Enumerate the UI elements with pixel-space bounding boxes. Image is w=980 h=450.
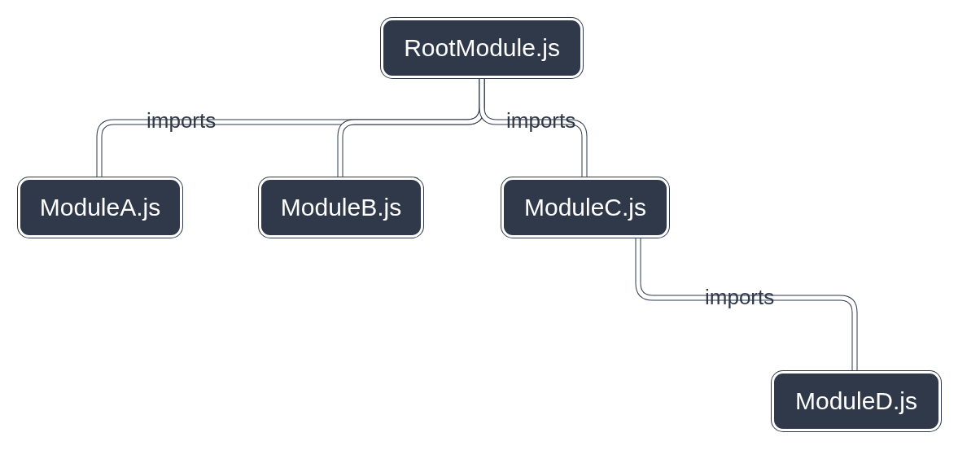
- edge-label-imports-left: imports: [147, 108, 216, 133]
- edge-label-imports-cd: imports: [705, 285, 774, 310]
- module-dependency-diagram: RootModule.js ModuleA.js ModuleB.js Modu…: [0, 0, 980, 450]
- node-module-a: ModuleA.js: [18, 177, 182, 238]
- node-root-module: RootModule.js: [381, 18, 583, 78]
- node-label: ModuleB.js: [281, 194, 401, 221]
- node-module-b: ModuleB.js: [259, 177, 423, 238]
- edge-label-imports-right: imports: [506, 108, 575, 133]
- node-module-c: ModuleC.js: [501, 177, 669, 238]
- node-label: ModuleD.js: [795, 387, 917, 415]
- node-label: ModuleC.js: [524, 194, 646, 221]
- node-label: ModuleA.js: [40, 194, 160, 221]
- node-module-d: ModuleD.js: [772, 371, 941, 431]
- node-label: RootModule.js: [404, 34, 560, 62]
